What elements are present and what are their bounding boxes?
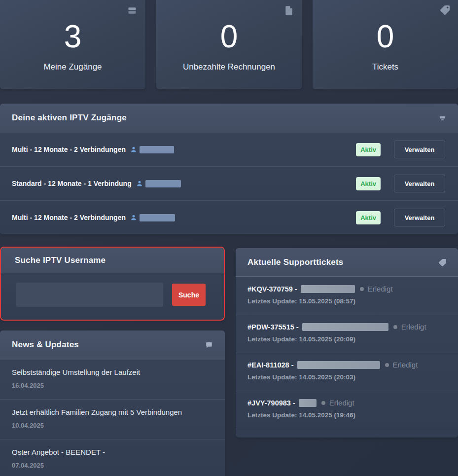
news-item[interactable]: Oster Angebot - BEENDET - 07.04.2025 <box>0 439 225 476</box>
tickets-panel-footer <box>236 429 458 438</box>
ticket-status: Erledigt <box>393 361 418 369</box>
tag-icon <box>440 5 450 15</box>
redacted-username <box>140 214 175 221</box>
server-icon <box>127 5 137 15</box>
subscription-row: Multi - 12 Monate - 2 Verbindungen Aktiv… <box>0 200 458 234</box>
redacted-subject <box>297 361 380 369</box>
subscriptions-panel-header: Deine aktiven IPTV Zugänge <box>0 104 458 132</box>
news-date: 07.04.2025 <box>12 462 213 469</box>
news-item[interactable]: Jetzt erhältlich Familien Zugang mit 5 V… <box>0 399 225 439</box>
file-icon <box>285 5 293 15</box>
user-icon <box>130 214 137 221</box>
subscription-row: Standard - 12 Monate - 1 Verbindung Akti… <box>0 166 458 200</box>
plan-name: Multi - 12 Monate - 2 Verbindungen <box>12 214 126 221</box>
search-form: Suche <box>1 273 224 320</box>
stats-row: 3 Meine Zugänge 0 Unbezahlte Rechnungen … <box>0 0 458 89</box>
news-title: Selbstständige Umstellung der Laufzeit <box>12 368 213 376</box>
stat-card-tickets: 0 Tickets <box>313 0 458 89</box>
ticket-item[interactable]: #JVY-790983 - Erledigt Letztes Update: 1… <box>236 391 458 429</box>
tickets-panel-header: Aktuelle Supporttickets <box>236 248 458 277</box>
panel-title: News & Updates <box>12 340 79 350</box>
news-title: Oster Angebot - BEENDET - <box>12 448 213 456</box>
lower-columns: Suche IPTV Username Suche News & Updates… <box>0 247 458 476</box>
redacted-subject <box>302 323 388 331</box>
search-iptv-username-panel: Suche IPTV Username Suche <box>0 247 225 321</box>
status-dot-icon <box>321 401 325 405</box>
status-badge: Aktiv <box>356 143 381 156</box>
ticket-item[interactable]: #EAI-811028 - Erledigt Letztes Update: 1… <box>236 353 458 391</box>
ticket-id: #KQV-370759 - <box>247 285 297 293</box>
iptv-username-input[interactable] <box>16 283 163 307</box>
ticket-last-update: Letztes Update: 14.05.2025 (19:46) <box>247 411 446 419</box>
ticket-status: Erledigt <box>401 323 426 331</box>
plan-name: Multi - 12 Monate - 2 Verbindungen <box>12 146 126 153</box>
subscription-row: Multi - 12 Monate - 2 Verbindungen Aktiv… <box>0 132 458 166</box>
ticket-last-update: Letztes Update: 14.05.2025 (20:03) <box>247 373 446 381</box>
stat-card-unbezahlte-rechnungen: 0 Unbezahlte Rechnungen <box>156 0 302 89</box>
stat-label: Unbezahlte Rechnungen <box>183 62 275 72</box>
tag-icon <box>439 259 446 266</box>
news-title: Jetzt erhältlich Familien Zugang mit 5 V… <box>12 408 213 416</box>
stat-label: Tickets <box>372 62 398 72</box>
panel-title: Suche IPTV Username <box>15 256 106 265</box>
user-icon <box>136 180 143 187</box>
ticket-status: Erledigt <box>368 285 393 293</box>
news-item[interactable]: Selbstständige Umstellung der Laufzeit 1… <box>0 359 225 399</box>
plan-name: Standard - 12 Monate - 1 Verbindung <box>12 180 132 187</box>
search-button[interactable]: Suche <box>172 284 206 306</box>
redacted-subject <box>299 399 317 407</box>
manage-button[interactable]: Verwalten <box>394 209 445 226</box>
manage-button[interactable]: Verwalten <box>394 141 445 158</box>
user-icon <box>130 146 137 153</box>
server-icon <box>439 114 446 122</box>
ticket-id: #EAI-811028 - <box>247 361 294 369</box>
ticket-item[interactable]: #KQV-370759 - Erledigt Letztes Update: 1… <box>236 277 458 315</box>
redacted-subject <box>301 285 355 293</box>
news-date: 10.04.2025 <box>12 422 213 429</box>
news-date: 16.04.2025 <box>12 382 213 389</box>
stat-value: 3 <box>64 21 82 52</box>
stat-label: Meine Zugänge <box>43 62 102 72</box>
ticket-item[interactable]: #PDW-375515 - Erledigt Letztes Update: 1… <box>236 315 458 353</box>
ticket-id: #JVY-790983 - <box>247 399 295 407</box>
status-badge: Aktiv <box>356 211 381 224</box>
comment-icon <box>205 341 213 349</box>
ticket-id: #PDW-375515 - <box>247 323 299 331</box>
ticket-last-update: Letztes Update: 14.05.2025 (20:09) <box>247 335 446 343</box>
search-panel-header: Suche IPTV Username <box>1 248 224 273</box>
support-tickets-panel: Aktuelle Supporttickets #KQV-370759 - Er… <box>236 248 458 438</box>
manage-button[interactable]: Verwalten <box>394 175 445 192</box>
status-badge: Aktiv <box>356 177 381 190</box>
stat-value: 0 <box>220 21 238 52</box>
active-subscriptions-panel: Deine aktiven IPTV Zugänge Multi - 12 Mo… <box>0 104 458 234</box>
status-dot-icon <box>393 325 397 329</box>
customer-dashboard: 3 Meine Zugänge 0 Unbezahlte Rechnungen … <box>0 0 458 476</box>
ticket-last-update: Letztes Update: 15.05.2025 (08:57) <box>247 297 446 305</box>
news-updates-panel: News & Updates Selbstständige Umstellung… <box>0 330 225 476</box>
status-dot-icon <box>360 287 364 291</box>
panel-title: Aktuelle Supporttickets <box>247 257 343 267</box>
redacted-username <box>145 180 181 187</box>
panel-title: Deine aktiven IPTV Zugänge <box>12 113 127 123</box>
redacted-username <box>140 146 174 153</box>
stat-value: 0 <box>377 21 394 52</box>
stat-card-meine-zugaenge: 3 Meine Zugänge <box>0 0 145 89</box>
news-panel-header: News & Updates <box>0 330 225 359</box>
ticket-status: Erledigt <box>329 399 354 407</box>
status-dot-icon <box>385 363 389 367</box>
